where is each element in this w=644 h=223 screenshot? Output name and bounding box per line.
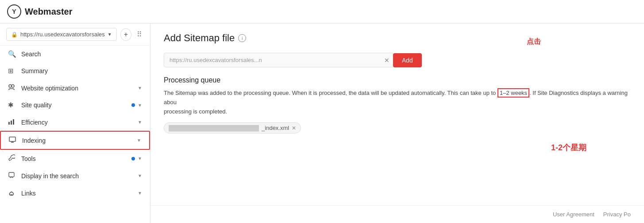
add-site-button[interactable]: + — [120, 28, 131, 41]
indexing-icon — [9, 136, 18, 145]
svg-point-0 — [9, 85, 12, 87]
plus-icon: + — [124, 31, 128, 39]
sidebar-item-indexing[interactable]: Indexing ▼ — [0, 131, 150, 150]
summary-icon: ⊞ — [8, 67, 17, 75]
content-main: Add Sitemap file i ↗ 点击 ✕ Add — [150, 23, 644, 205]
sidebar: 🔒 https://ru.usedexcavatorsforsales ▼ + … — [0, 23, 150, 223]
processing-section: Processing queue The Sitemap was added t… — [164, 76, 631, 133]
sidebar-item-links-label: Links — [21, 190, 138, 197]
sitemap-suffix: _index.xml — [262, 125, 289, 131]
sitemap-url-input[interactable] — [164, 53, 394, 67]
links-icon — [8, 189, 17, 197]
weeks-annotation: 1-2个星期 — [164, 142, 631, 153]
search-icon: 🔍 — [8, 50, 17, 58]
efficiency-chevron-icon: ▼ — [138, 120, 142, 125]
sidebar-item-summary-label: Summary — [21, 67, 142, 74]
svg-point-1 — [12, 85, 14, 87]
page-title: Add Sitemap file i — [164, 32, 631, 44]
sidebar-item-site-quality-label: Site quality — [21, 102, 131, 109]
sidebar-item-tools-label: Tools — [21, 155, 131, 162]
site-url-selector[interactable]: 🔒 https://ru.usedexcavatorsforsales ▼ — [6, 28, 117, 41]
app-title: Webmaster — [25, 7, 72, 17]
logo-icon: Y — [7, 4, 21, 19]
sidebar-item-display-in-search[interactable]: Display in the search ▼ — [0, 167, 150, 184]
header: Y Webmaster — [0, 0, 644, 23]
site-chevron-down-icon: ▼ — [108, 32, 112, 37]
info-icon: i — [238, 34, 246, 42]
app-container: Y Webmaster 🔒 https://ru.usedexcavatorsf… — [0, 0, 644, 223]
tools-chevron-icon: ▼ — [138, 156, 142, 161]
site-url-text: https://ru.usedexcavatorsforsales — [20, 31, 105, 38]
indexing-chevron-icon: ▼ — [137, 138, 141, 143]
website-opt-chevron-icon: ▼ — [138, 86, 142, 90]
url-input-area: ↗ 点击 ✕ Add — [164, 53, 631, 67]
site-selector: 🔒 https://ru.usedexcavatorsforsales ▼ + … — [0, 23, 150, 46]
content-area: Add Sitemap file i ↗ 点击 ✕ Add — [150, 23, 644, 223]
sidebar-item-efficiency[interactable]: Efficiency ▼ — [0, 113, 150, 131]
sidebar-item-tools[interactable]: Tools ▼ — [0, 150, 150, 167]
lock-icon: 🔒 — [11, 31, 18, 38]
sidebar-item-website-opt-label: Website optimization — [21, 85, 138, 92]
weeks-highlight: 1–2 weeks — [497, 88, 529, 98]
site-quality-chevron-icon: ▼ — [138, 103, 142, 108]
clear-input-button[interactable]: ✕ — [384, 57, 389, 64]
sidebar-item-search-label: Search — [21, 51, 142, 58]
sidebar-item-site-quality[interactable]: ✱ Site quality ▼ — [0, 97, 150, 113]
sitemap-domain: ████████████████████████ — [169, 125, 259, 131]
processing-desc: The Sitemap was added to the processing … — [164, 89, 631, 116]
svg-rect-3 — [11, 121, 12, 125]
sidebar-nav: 🔍 Search ⊞ Summary Website opt — [0, 46, 150, 202]
main-row: 🔒 https://ru.usedexcavatorsforsales ▼ + … — [0, 23, 644, 223]
links-chevron-icon: ▼ — [138, 191, 142, 196]
svg-rect-5 — [9, 137, 15, 141]
more-options-button[interactable]: ⠿ — [135, 29, 144, 39]
tools-dot — [131, 157, 135, 160]
sitemap-tag: ████████████████████████ _index.xml ✕ — [164, 122, 301, 133]
display-in-search-icon — [8, 172, 17, 180]
tools-icon — [8, 154, 17, 163]
sidebar-item-efficiency-label: Efficiency — [21, 119, 138, 126]
url-input-row: ✕ Add — [164, 53, 631, 67]
processing-title: Processing queue — [164, 76, 631, 84]
svg-rect-4 — [13, 119, 14, 125]
privacy-policy-link[interactable]: Privacy Po — [603, 211, 631, 218]
sidebar-item-display-in-search-label: Display in the search — [21, 172, 138, 180]
efficiency-icon — [8, 118, 17, 126]
svg-rect-2 — [8, 122, 10, 125]
user-agreement-link[interactable]: User Agreement — [553, 211, 594, 218]
sidebar-item-summary[interactable]: ⊞ Summary — [0, 63, 150, 79]
click-label: 点击 — [527, 37, 541, 47]
sitemap-tag-close-button[interactable]: ✕ — [292, 125, 296, 131]
sidebar-item-indexing-label: Indexing — [22, 137, 137, 144]
sidebar-item-search[interactable]: 🔍 Search — [0, 46, 150, 63]
website-opt-icon — [8, 84, 17, 92]
sidebar-item-links[interactable]: Links ▼ — [0, 184, 150, 202]
display-in-search-chevron-icon: ▼ — [138, 173, 142, 178]
sidebar-item-website-optimization[interactable]: Website optimization ▼ — [0, 79, 150, 97]
footer: User Agreement Privacy Po — [150, 205, 644, 223]
add-sitemap-button[interactable]: Add — [393, 53, 422, 67]
site-quality-dot — [131, 103, 135, 107]
site-quality-icon: ✱ — [8, 101, 17, 109]
